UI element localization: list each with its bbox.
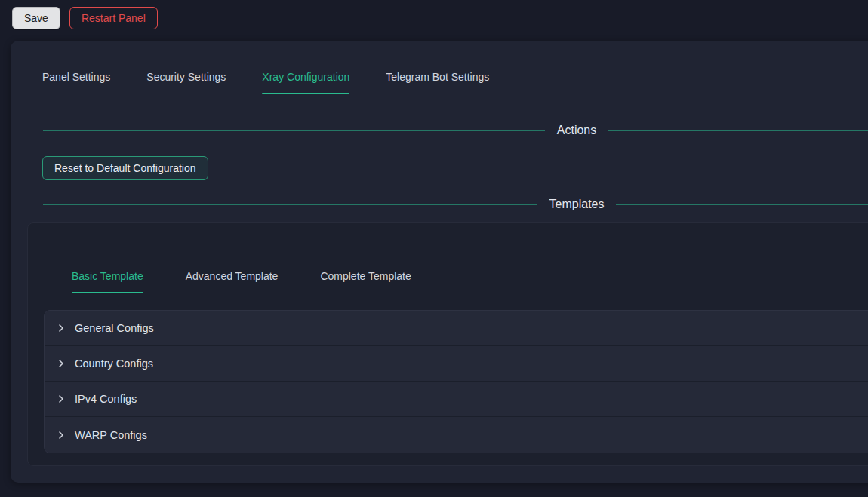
collapse-header-country-configs[interactable]: Country Configs: [45, 346, 868, 382]
restart-panel-button[interactable]: Restart Panel: [69, 7, 158, 29]
tab-basic-template[interactable]: Basic Template: [72, 261, 143, 293]
divider-line: [608, 130, 868, 131]
actions-divider-label: Actions: [557, 124, 596, 137]
collapse-label: WARP Configs: [75, 429, 147, 441]
templates-divider: Templates: [43, 195, 868, 213]
template-tabs: Basic Template Advanced Template Complet…: [28, 261, 868, 293]
collapse-header-ipv4-configs[interactable]: IPv4 Configs: [45, 382, 868, 417]
tab-complete-template[interactable]: Complete Template: [320, 261, 411, 293]
chevron-right-icon: [57, 324, 66, 333]
tab-panel-settings[interactable]: Panel Settings: [42, 62, 110, 94]
tab-security-settings[interactable]: Security Settings: [146, 62, 226, 94]
chevron-right-icon: [57, 431, 66, 440]
collapse-label: General Configs: [75, 322, 154, 334]
main-tabs: Panel Settings Security Settings Xray Co…: [11, 62, 868, 94]
save-button[interactable]: Save: [12, 7, 60, 29]
collapse-label: Country Configs: [75, 357, 153, 370]
divider-line: [43, 204, 537, 205]
reset-default-configuration-button[interactable]: Reset to Default Configuration: [42, 156, 208, 180]
actions-divider: Actions: [43, 121, 868, 140]
collapse-label: IPv4 Configs: [75, 393, 137, 405]
collapse-header-general-configs[interactable]: General Configs: [45, 311, 868, 346]
chevron-right-icon: [57, 394, 66, 403]
topbar: Save Restart Panel: [0, 0, 868, 35]
tab-advanced-template[interactable]: Advanced Template: [186, 261, 279, 293]
chevron-right-icon: [57, 359, 66, 368]
templates-divider-label: Templates: [549, 198, 605, 211]
settings-card: Panel Settings Security Settings Xray Co…: [11, 41, 868, 483]
tab-xray-configuration[interactable]: Xray Configuration: [262, 62, 349, 94]
tab-telegram-bot-settings[interactable]: Telegram Bot Settings: [386, 62, 489, 94]
templates-card: Basic Template Advanced Template Complet…: [27, 222, 868, 466]
divider-line: [43, 130, 545, 131]
divider-line: [616, 204, 868, 205]
collapse-header-warp-configs[interactable]: WARP Configs: [45, 417, 868, 453]
config-collapse: General Configs Country Configs IPv4 Con…: [44, 310, 868, 453]
